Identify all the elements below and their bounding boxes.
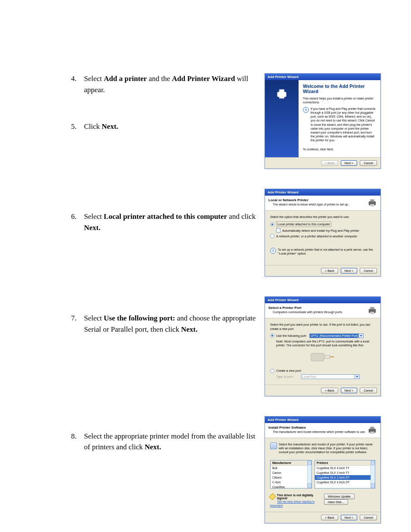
radio-icon bbox=[270, 222, 274, 227]
step-4: 4. Select Add a printer and the Add Prin… bbox=[71, 73, 256, 95]
wizard-heading: Select a Printer Port bbox=[268, 306, 343, 310]
info-icon: i bbox=[270, 248, 276, 254]
wizard-welcome: Add Printer Wizard Welcome to the Add Pr… bbox=[265, 73, 381, 169]
list-item[interactable]: Bull bbox=[271, 466, 311, 470]
wizard-text: Select the port you want your printer to… bbox=[270, 323, 375, 330]
svg-rect-4 bbox=[370, 199, 374, 202]
wizard-subheading: The manufacturer and model determine whi… bbox=[273, 430, 366, 433]
wizard-text: This wizard helps you install a printer … bbox=[303, 96, 376, 104]
step-text: Select Local printer attached to this co… bbox=[84, 211, 256, 233]
step-7: 7. Select Use the following port: and ch… bbox=[71, 313, 256, 335]
svg-rect-8 bbox=[370, 312, 374, 314]
svg-rect-5 bbox=[370, 204, 374, 207]
back-button[interactable]: < Back bbox=[321, 268, 338, 274]
wizard-sidebar bbox=[265, 80, 299, 157]
checkbox-autodetect[interactable]: Automatically detect and install my Plug… bbox=[276, 228, 375, 233]
cancel-button[interactable]: Cancel bbox=[360, 160, 377, 166]
wizard-heading: Install Printer Software bbox=[268, 426, 366, 429]
wizard-note: Note: Most computers use the LPT1: port … bbox=[276, 339, 375, 347]
dialog-title: Add Printer Wizard bbox=[265, 417, 380, 423]
next-button[interactable]: Next > bbox=[341, 515, 357, 520]
list-item[interactable]: Cognitive DLX 4 inch TT bbox=[315, 466, 375, 470]
next-button[interactable]: Next > bbox=[341, 268, 357, 274]
checkbox-icon bbox=[276, 228, 280, 233]
dialog-title: Add Printer Wizard bbox=[265, 189, 380, 196]
svg-rect-1 bbox=[279, 90, 284, 93]
step-number: 6. bbox=[71, 211, 84, 233]
printer-icon bbox=[367, 306, 377, 315]
radio-icon bbox=[270, 369, 274, 373]
radio-icon bbox=[270, 234, 274, 238]
cancel-button[interactable]: Cancel bbox=[360, 268, 377, 274]
radio-icon bbox=[270, 333, 274, 338]
svg-rect-7 bbox=[370, 307, 374, 310]
radio-use-port[interactable]: Use the following port: LPT1: (Recommend… bbox=[270, 333, 375, 338]
have-disk-button[interactable]: Have Disk... bbox=[324, 499, 348, 505]
step-6: 6. Select Local printer attached to this… bbox=[71, 211, 256, 233]
back-button: < Back bbox=[321, 160, 338, 166]
cancel-button[interactable]: Cancel bbox=[360, 388, 377, 393]
cancel-button[interactable]: Cancel bbox=[360, 515, 377, 520]
step-number: 5. bbox=[71, 121, 84, 132]
svg-rect-10 bbox=[325, 355, 330, 358]
list-item[interactable]: Cognitive DLX 2 inch TT bbox=[315, 470, 375, 475]
step-text: Click Next. bbox=[84, 121, 118, 132]
wizard-install-software: Add Printer Wizard Install Printer Softw… bbox=[265, 416, 381, 523]
svg-rect-9 bbox=[311, 353, 324, 361]
step-number: 7. bbox=[71, 313, 84, 335]
step-5: 5. Click Next. bbox=[71, 121, 256, 132]
step-row-8: 8. Select the appropriate printer model … bbox=[30, 416, 381, 531]
dialog-title: Add Printer Wizard bbox=[265, 74, 380, 80]
wizard-text: To continue, click Next. bbox=[303, 147, 376, 151]
wizard-tip-text: To set up a network printer that is not … bbox=[278, 248, 375, 255]
list-item[interactable]: Cognitive DLX 2 inch DT bbox=[315, 475, 375, 480]
svg-rect-13 bbox=[370, 432, 374, 434]
list-item[interactable]: C-Itoh bbox=[271, 480, 311, 485]
wizard-select-port: Add Printer Wizard Select a Printer Port… bbox=[265, 296, 381, 396]
list-item[interactable]: Cognitive DLX 4 inch DT bbox=[315, 480, 375, 485]
wizard-local-network: Add Printer Wizard Local or Network Prin… bbox=[265, 189, 381, 277]
port-dropdown[interactable]: LPT1: (Recommended Printer Port) bbox=[309, 333, 364, 338]
radio-local-printer[interactable]: Local printer attached to this computer bbox=[270, 221, 375, 227]
scrollbar[interactable] bbox=[307, 460, 311, 488]
printer-icon bbox=[276, 88, 288, 100]
svg-rect-12 bbox=[370, 427, 374, 429]
windows-update-button[interactable]: Windows Update bbox=[324, 494, 355, 499]
radio-create-port[interactable]: Create a new port: bbox=[270, 369, 375, 373]
signing-info-link[interactable]: Tell me why driver signing is important bbox=[270, 500, 314, 507]
warning-text: This driver is not digitally signed! bbox=[277, 494, 322, 500]
port-type-dropdown: Local Port bbox=[301, 374, 360, 379]
disk-icon bbox=[270, 442, 277, 449]
wizard-subheading: Computers communicate with printers thro… bbox=[273, 311, 343, 314]
list-item[interactable]: Citizen bbox=[271, 475, 311, 480]
next-button[interactable]: Next > bbox=[341, 160, 357, 166]
wizard-subheading: The wizard needs to know which type of p… bbox=[273, 203, 349, 206]
step-number: 8. bbox=[71, 431, 84, 453]
wizard-text: Select the option that describes the pri… bbox=[270, 215, 375, 219]
wizard-text: Select the manufacturer and model of you… bbox=[279, 442, 375, 454]
warning-icon bbox=[269, 493, 276, 501]
printer-icon bbox=[367, 198, 377, 208]
back-button[interactable]: < Back bbox=[321, 515, 338, 520]
wizard-heading: Welcome to the Add Printer Wizard bbox=[303, 84, 376, 94]
wizard-heading: Local or Network Printer bbox=[268, 198, 349, 202]
radio-network-printer[interactable]: A network printer, or a printer attached… bbox=[270, 234, 375, 238]
step-text: Select Use the following port: and choos… bbox=[84, 313, 256, 335]
manufacturer-list[interactable]: Manufacturer BullCanonCitizenC-ItohCogni… bbox=[270, 460, 312, 488]
printers-list[interactable]: Printers Cognitive DLX 4 inch TTCognitiv… bbox=[314, 460, 375, 488]
next-button[interactable]: Next > bbox=[341, 388, 357, 393]
chevron-down-icon bbox=[355, 375, 359, 379]
step-text: Select the appropriate printer model fro… bbox=[84, 431, 256, 453]
list-item[interactable]: Cognitive bbox=[271, 485, 311, 488]
info-icon: i bbox=[303, 107, 309, 113]
step-number: 4. bbox=[71, 73, 84, 95]
scrollbar[interactable] bbox=[371, 460, 375, 488]
back-button[interactable]: < Back bbox=[321, 388, 338, 393]
wizard-info-text: If you have a Plug and Play printer that… bbox=[311, 107, 376, 142]
printer-icon bbox=[367, 426, 377, 435]
list-item[interactable]: Canon bbox=[271, 470, 311, 475]
dialog-title: Add Printer Wizard bbox=[265, 297, 380, 303]
step-row-6: 6. Select Local printer attached to this… bbox=[30, 189, 381, 284]
chevron-down-icon bbox=[358, 334, 363, 338]
step-text: Select Add a printer and the Add Printer… bbox=[84, 73, 256, 95]
